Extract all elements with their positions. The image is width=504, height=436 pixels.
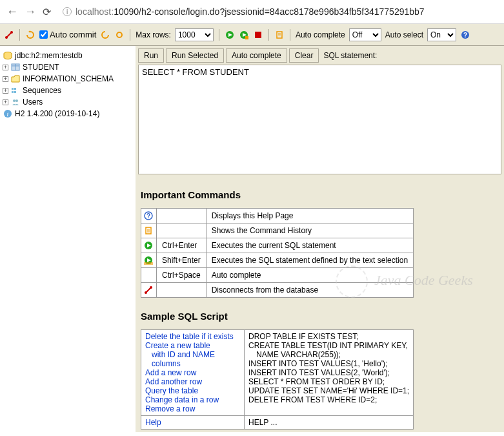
- app-toolbar: Auto commit Max rows: 1000 Auto complete…: [0, 24, 504, 46]
- auto-complete-select[interactable]: Off: [349, 28, 381, 41]
- svg-rect-6: [255, 32, 261, 38]
- script-help-sql: HELP ...: [245, 416, 414, 430]
- table-row: Delete the table if it existsCreate a ne…: [141, 330, 414, 416]
- svg-point-0: [5, 36, 8, 39]
- script-link[interactable]: Remove a row: [145, 404, 240, 413]
- expand-icon[interactable]: +: [3, 76, 8, 82]
- script-link[interactable]: Delete the table if it exists: [145, 332, 240, 341]
- clear-button[interactable]: Clear: [289, 48, 319, 63]
- script-sql-line: INSERT INTO TEST VALUES(1, 'Hello');: [248, 359, 409, 368]
- tree-version-label: H2 1.4.200 (2019-10-14): [15, 109, 99, 118]
- help-link[interactable]: Help: [145, 418, 240, 427]
- sample-script-section: Sample SQL Script Delete the table if it…: [138, 311, 501, 430]
- refresh-icon[interactable]: [25, 30, 35, 40]
- url-text: localhost:10090/h2-console/login.do?jses…: [76, 6, 425, 17]
- auto-select-label: Auto select: [385, 30, 423, 39]
- table-row: ? Displays this Help Page: [141, 209, 414, 223]
- tree-db[interactable]: jdbc:h2:mem:testdb: [3, 50, 133, 61]
- script-link[interactable]: Query the table: [145, 386, 240, 395]
- svg-point-33: [145, 291, 147, 294]
- table-row: Shift+Enter Executes the SQL statement d…: [141, 253, 414, 268]
- url-bar[interactable]: i localhost:10090/h2-console/login.do?js…: [57, 4, 498, 19]
- auto-complete-button[interactable]: Auto complete: [226, 48, 287, 63]
- reload-button[interactable]: ⟳: [43, 6, 51, 18]
- script-help-desc: Help: [141, 416, 245, 430]
- commit-icon[interactable]: [114, 30, 125, 40]
- history-icon[interactable]: [141, 223, 157, 238]
- info-icon: i: [3, 109, 13, 118]
- history-icon[interactable]: [274, 30, 285, 40]
- tree-info-schema[interactable]: + INFORMATION_SCHEMA: [3, 73, 133, 85]
- sql-toolbar: Run Run Selected Auto complete Clear SQL…: [138, 48, 501, 63]
- tree-sequences[interactable]: + Sequences: [3, 85, 133, 96]
- back-button[interactable]: ←: [6, 5, 18, 19]
- folder-icon: [10, 74, 21, 83]
- svg-rect-18: [12, 91, 14, 93]
- run-selected-button[interactable]: Run Selected: [166, 48, 224, 63]
- svg-rect-32: [144, 262, 153, 265]
- shortcut-cell: [157, 283, 207, 298]
- tree-item-label: Sequences: [23, 86, 61, 95]
- disconnect-icon[interactable]: [4, 30, 14, 40]
- forward-button[interactable]: →: [25, 5, 36, 19]
- tree-item-label: STUDENT: [23, 63, 59, 72]
- svg-point-1: [10, 31, 13, 34]
- script-desc-cell: Delete the table if it existsCreate a ne…: [141, 330, 245, 416]
- tree-users[interactable]: + Users: [3, 96, 133, 108]
- separator: [268, 29, 269, 41]
- expand-icon[interactable]: +: [3, 99, 8, 105]
- script-link[interactable]: Add another row: [145, 377, 240, 386]
- script-sql-line: UPDATE TEST SET NAME='Hi' WHERE ID=1;: [248, 386, 409, 395]
- max-rows-label: Max rows:: [136, 30, 171, 39]
- sidebar: jdbc:h2:mem:testdb + STUDENT + INFORMATI…: [0, 46, 136, 432]
- auto-commit-check[interactable]: Auto commit: [39, 30, 96, 39]
- separator: [219, 29, 219, 41]
- expand-icon[interactable]: +: [3, 88, 8, 94]
- tree-student[interactable]: + STUDENT: [3, 61, 133, 73]
- tree-item-label: INFORMATION_SCHEMA: [23, 74, 114, 83]
- sql-textarea[interactable]: [138, 65, 501, 174]
- stop-icon[interactable]: [253, 30, 263, 40]
- help-icon[interactable]: ?: [141, 209, 157, 223]
- tree-version[interactable]: i H2 1.4.200 (2019-10-14): [3, 108, 133, 119]
- disconnect-icon[interactable]: [141, 283, 157, 298]
- sql-label: SQL statement:: [323, 51, 377, 60]
- expand-icon[interactable]: +: [3, 65, 8, 70]
- auto-commit-checkbox[interactable]: [39, 30, 48, 39]
- script-link[interactable]: with ID and NAME columns: [145, 350, 240, 368]
- separator: [130, 29, 130, 41]
- table-row: Ctrl+Enter Executes the current SQL stat…: [141, 238, 414, 253]
- desc-cell: Disconnects from the database: [206, 283, 413, 298]
- sequences-icon: [10, 86, 21, 95]
- run-icon[interactable]: [225, 30, 235, 40]
- script-link[interactable]: Add a new row: [145, 368, 240, 377]
- blank-cell: [141, 268, 157, 283]
- svg-rect-19: [14, 91, 16, 93]
- script-sql-line: CREATE TABLE TEST(ID INT PRIMARY KEY,: [248, 341, 409, 350]
- svg-point-34: [150, 286, 152, 289]
- desc-cell: Executes the SQL statement defined by th…: [206, 253, 413, 268]
- script-link[interactable]: Create a new table: [145, 341, 240, 350]
- main-area: jdbc:h2:mem:testdb + STUDENT + INFORMATI…: [0, 46, 504, 432]
- script-sql-line: INSERT INTO TEST VALUES(2, 'World');: [248, 368, 409, 377]
- separator: [290, 29, 290, 41]
- desc-cell: Executes the current SQL statement: [206, 238, 413, 253]
- script-link[interactable]: Change data in a row: [145, 395, 240, 404]
- users-icon: [10, 98, 21, 107]
- run-selected-icon[interactable]: [141, 253, 157, 268]
- max-rows-select[interactable]: 1000: [175, 28, 214, 41]
- info-icon[interactable]: i: [63, 7, 72, 16]
- run-button[interactable]: Run: [138, 48, 164, 63]
- auto-select-select[interactable]: On: [427, 28, 456, 41]
- help-icon[interactable]: ?: [460, 30, 470, 40]
- database-icon: [3, 51, 13, 60]
- auto-commit-label: Auto commit: [50, 30, 96, 39]
- script-sql-line: DELETE FROM TEST WHERE ID=2;: [248, 395, 409, 404]
- tree-db-label: jdbc:h2:mem:testdb: [15, 51, 83, 60]
- run-selected-icon[interactable]: [239, 30, 249, 40]
- sample-title: Sample SQL Script: [141, 311, 499, 322]
- svg-text:?: ?: [463, 32, 467, 39]
- run-icon[interactable]: [141, 238, 157, 253]
- rollback-icon[interactable]: [100, 30, 110, 40]
- table-row: Ctrl+Space Auto complete: [141, 268, 414, 283]
